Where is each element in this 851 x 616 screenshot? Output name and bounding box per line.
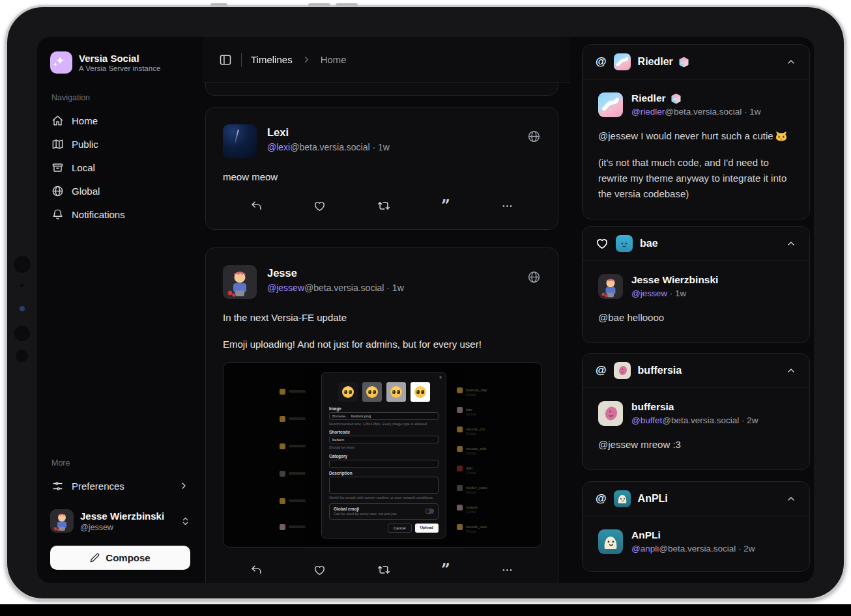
author-handle: @riedler@beta.versia.social · 1w	[631, 107, 761, 117]
more-button[interactable]	[501, 199, 513, 212]
tablet-camera-2	[14, 326, 30, 341]
timeline-header: Timelines Home	[203, 37, 570, 83]
sidebar-item-public[interactable]: Public	[50, 132, 190, 156]
instance-title: Versia Social	[79, 53, 160, 65]
reply-button[interactable]	[250, 563, 263, 576]
like-heart-icon	[596, 237, 609, 250]
breadcrumb-section[interactable]: Timelines	[251, 54, 293, 65]
like-button[interactable]	[313, 563, 326, 576]
global-emoji-toggle	[425, 509, 434, 514]
emoji-preview-light	[386, 382, 406, 402]
boost-button[interactable]	[377, 199, 390, 212]
notification-card: bae Jesse Wierzbinski @jessew · 1w @bae …	[582, 226, 810, 343]
post-handle[interactable]: @lexi@beta.versia.social · 1w	[267, 142, 390, 152]
sidebar-item-notifications[interactable]: Notifications	[50, 203, 190, 226]
post-actions: ”	[223, 563, 541, 576]
repeat-icon	[377, 199, 390, 212]
pencil-icon	[90, 553, 100, 563]
sidebar-item-label: Local	[72, 162, 95, 173]
post-card[interactable]: Jesse @jessew@beta.versia.social · 1w In…	[205, 247, 558, 583]
account-switcher[interactable]: Jesse Wierzbinski @jessew	[50, 509, 190, 533]
ellipsis-icon	[501, 200, 513, 212]
sidebar-item-home[interactable]: Home	[50, 109, 190, 132]
emoji-name: blobcat_hap	[466, 387, 487, 393]
more-button[interactable]	[501, 563, 513, 576]
panel-left-icon[interactable]	[219, 53, 232, 66]
description-help: Useful for people with screen readers, o…	[329, 495, 439, 500]
emoji-preview-dark	[338, 382, 358, 402]
instance-header[interactable]: ✦✦ Versia Social A Versia Server instanc…	[50, 51, 190, 74]
notification-author[interactable]: AnPLi @anpli@beta.versia.social · 2w	[598, 529, 794, 554]
tablet-sensor	[20, 284, 23, 287]
avatar	[598, 529, 623, 554]
reply-button[interactable]	[250, 199, 263, 212]
avatar[interactable]	[223, 265, 257, 299]
avatar[interactable]	[223, 124, 257, 158]
heart-icon	[313, 200, 326, 212]
global-emoji-help: Can be used by every user, not just you	[334, 511, 397, 516]
quote-button[interactable]: ”	[441, 199, 450, 212]
notifications-column: @ Riedler Riedler @riedler@be	[570, 37, 814, 583]
chevron-up-icon[interactable]	[786, 238, 796, 249]
desktop-background	[0, 604, 851, 616]
author-name: Jesse Wierzbinski	[631, 274, 718, 286]
author-name: Riedler	[631, 92, 666, 104]
repeat-icon	[377, 563, 390, 576]
breadcrumb-chevron-icon	[302, 55, 311, 64]
category-label: Category	[329, 454, 439, 458]
sidebar-item-label: Home	[72, 115, 98, 126]
emoji-name: neocat_uwu	[466, 524, 487, 529]
compose-button[interactable]: Compose	[50, 546, 190, 570]
sidebar-item-preferences[interactable]: Preferences	[50, 474, 190, 497]
notification-author[interactable]: buffersia @buffet@beta.versia.social · 2…	[598, 401, 794, 426]
quote-button[interactable]: ”	[441, 563, 450, 576]
notification-text: (it's not that much code, and I'd need t…	[598, 155, 794, 202]
notification-author[interactable]: Jesse Wierzbinski @jessew · 1w	[598, 274, 794, 299]
tablet-top-button	[210, 3, 227, 7]
chevron-up-icon[interactable]	[786, 365, 796, 376]
emoji-name: nyapet	[466, 505, 478, 510]
sidebar: ✦✦ Versia Social A Versia Server instanc…	[37, 37, 203, 583]
notification-title: buffersia	[638, 365, 682, 376]
author-handle: @anpli@beta.versia.social · 2w	[631, 544, 755, 553]
post-time: 1w	[392, 283, 404, 293]
notification-text: @jessew mreow :3	[598, 437, 794, 453]
breadcrumb-page: Home	[321, 54, 347, 65]
notification-header[interactable]: @ buffersia	[583, 354, 809, 388]
preferences-label: Preferences	[72, 481, 124, 492]
post-text: Emoji uploading! And not just for admins…	[223, 337, 541, 351]
ellipsis-icon	[501, 564, 513, 576]
sidebar-item-global[interactable]: Global	[50, 179, 190, 203]
notification-text: @bae helloooo	[598, 310, 794, 326]
notification-header[interactable]: bae	[583, 227, 809, 261]
image-label: Image	[329, 406, 439, 411]
sidebar-item-local[interactable]: Local	[50, 156, 190, 179]
reply-icon	[250, 200, 263, 212]
notification-title: bae	[640, 238, 658, 249]
notification-header[interactable]: @ Riedler	[583, 45, 809, 79]
emoji-preview-white	[411, 382, 430, 402]
app-window: ✦✦ Versia Social A Versia Server instanc…	[37, 37, 814, 583]
notification-header[interactable]: @ AnPLi	[583, 482, 809, 516]
like-button[interactable]	[313, 199, 326, 212]
avatar	[614, 362, 631, 379]
post-card[interactable]: Lexi @lexi@beta.versia.social · 1w meow …	[205, 107, 558, 230]
mention-at-icon: @	[596, 55, 607, 68]
visibility-globe-icon	[527, 130, 541, 143]
post-handle[interactable]: @jessew@beta.versia.social · 1w	[267, 283, 404, 293]
chevron-up-icon[interactable]	[786, 494, 796, 504]
boost-button[interactable]	[377, 563, 390, 576]
chevron-up-icon[interactable]	[786, 57, 796, 67]
shortcode-input: bottom	[329, 436, 439, 443]
description-input	[329, 477, 439, 494]
notification-author[interactable]: Riedler @riedler@beta.versia.social · 1w	[598, 92, 794, 117]
post-image-attachment[interactable]: blobcat_hapGlobal lateGlobal neocat_cryG…	[223, 362, 542, 548]
avatar	[598, 401, 623, 426]
emoji-name: late	[466, 407, 476, 412]
notification-card: @ AnPLi AnPLi @anpli@beta.versia.social …	[582, 481, 810, 572]
post-author[interactable]: Jesse	[267, 267, 404, 279]
mention-at-icon: @	[596, 492, 607, 505]
post-text: meow meow	[223, 170, 541, 184]
image-help: Recommended size: 128x128px. Every image…	[329, 421, 439, 427]
post-author[interactable]: Lexi	[267, 126, 390, 139]
